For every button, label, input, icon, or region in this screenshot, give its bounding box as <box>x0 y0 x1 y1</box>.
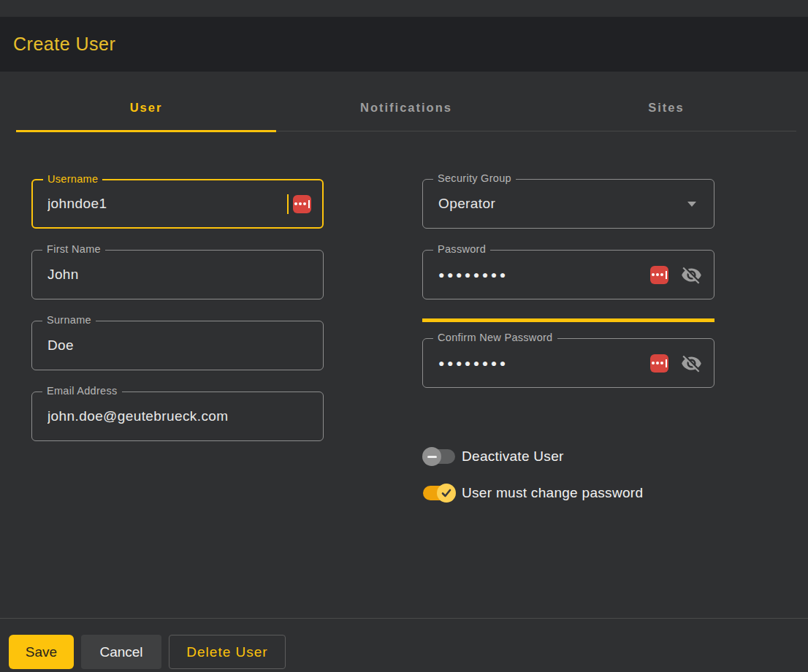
password-manager-autofill-icon[interactable] <box>650 354 668 373</box>
page-title: Create User <box>13 34 115 55</box>
deactivate-user-toggle-row[interactable]: Deactivate User <box>422 447 714 466</box>
autofill-dot <box>299 202 302 205</box>
chevron-down-icon[interactable] <box>687 202 696 207</box>
save-button[interactable]: Save <box>9 635 74 669</box>
autofill-dot <box>656 362 659 364</box>
autofill-dot <box>303 202 306 205</box>
password-manager-autofill-icon[interactable] <box>293 195 311 213</box>
visibility-off-icon[interactable] <box>681 264 702 286</box>
security-group-value[interactable]: Operator <box>438 196 687 212</box>
username-field[interactable]: Username johndoe1 <box>31 179 324 229</box>
tab-sites[interactable]: Sites <box>536 101 796 132</box>
confirm-password-field[interactable]: Confirm New Password ●●●●●●●● <box>422 338 714 388</box>
autofill-dot <box>294 202 297 205</box>
must-change-password-toggle[interactable] <box>422 484 456 503</box>
must-change-password-toggle-row[interactable]: User must change password <box>422 484 714 503</box>
check-icon <box>441 487 452 499</box>
autofill-dot <box>652 273 655 276</box>
surname-field[interactable]: Surname Doe <box>31 321 324 370</box>
dialog-header: Create User <box>0 17 808 72</box>
minus-icon <box>427 456 437 458</box>
window-top-strip <box>0 0 808 17</box>
autofill-caret <box>666 271 667 279</box>
footer-action-bar: Save Cancel Delete User <box>0 618 808 672</box>
cancel-button[interactable]: Cancel <box>81 635 161 669</box>
password-input[interactable]: ●●●●●●●● <box>438 269 650 280</box>
autofill-dot <box>660 273 663 276</box>
email-field[interactable]: Email Address john.doe@geutebrueck.com <box>31 392 324 441</box>
user-form: Username johndoe1 First Name John Surnam… <box>0 131 808 520</box>
email-label: Email Address <box>42 385 122 397</box>
autofill-dot <box>652 362 655 364</box>
security-group-select[interactable]: Security Group Operator <box>422 179 714 229</box>
password-label: Password <box>433 243 490 255</box>
deactivate-user-label: Deactivate User <box>462 448 564 465</box>
autofill-dot <box>656 273 659 276</box>
autofill-caret <box>666 359 667 367</box>
security-group-label: Security Group <box>433 172 516 184</box>
tab-user[interactable]: User <box>16 101 276 132</box>
password-strength-bar <box>422 318 714 322</box>
confirm-password-input[interactable]: ●●●●●●●● <box>438 357 650 369</box>
form-left-column: Username johndoe1 First Name John Surnam… <box>31 179 324 520</box>
tab-notifications[interactable]: Notifications <box>276 101 536 132</box>
username-label: Username <box>43 173 102 185</box>
password-manager-autofill-icon[interactable] <box>650 266 668 284</box>
autofill-caret <box>308 200 310 208</box>
first-name-field[interactable]: First Name John <box>31 250 324 299</box>
form-right-column: Security Group Operator Password ●●●●●●●… <box>422 179 714 520</box>
first-name-label: First Name <box>42 243 105 255</box>
surname-label: Surname <box>42 314 96 326</box>
toggle-thumb <box>422 447 441 466</box>
username-input[interactable]: johndoe1 <box>47 196 291 212</box>
text-cursor-icon <box>287 194 289 214</box>
surname-input[interactable]: Doe <box>47 337 311 354</box>
confirm-password-label: Confirm New Password <box>433 332 557 343</box>
toggle-thumb <box>437 484 456 503</box>
email-input[interactable]: john.doe@geutebrueck.com <box>47 408 311 424</box>
delete-user-button[interactable]: Delete User <box>169 635 286 669</box>
autofill-dot <box>660 362 663 364</box>
must-change-password-label: User must change password <box>462 485 643 501</box>
first-name-input[interactable]: John <box>47 267 311 283</box>
visibility-off-icon[interactable] <box>681 353 702 374</box>
deactivate-user-toggle[interactable] <box>422 447 456 466</box>
password-field[interactable]: Password ●●●●●●●● <box>422 250 714 299</box>
tab-bar: User Notifications Sites <box>16 72 796 131</box>
